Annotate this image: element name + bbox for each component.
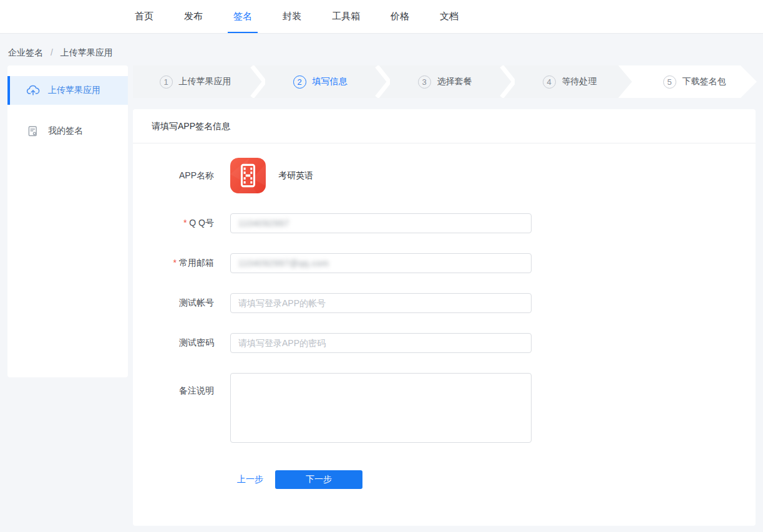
- qq-redacted-value: 1104092997: [238, 218, 289, 228]
- notes-label: 备注说明: [133, 373, 214, 397]
- nav-item-publish[interactable]: 发布: [178, 0, 208, 33]
- qq-input[interactable]: 1104092997: [230, 213, 532, 233]
- step-label: 下载签名包: [683, 76, 726, 87]
- signature-doc-icon: [26, 124, 40, 138]
- step-3-choose-plan: 3 选择套餐: [382, 65, 507, 98]
- step-label: 等待处理: [562, 76, 597, 87]
- sidebar: 上传苹果应用 我的签名: [7, 65, 128, 377]
- nav-item-signing[interactable]: 签名: [228, 0, 258, 33]
- app-name-row: APP名称: [133, 158, 756, 193]
- test-password-label: 测试密码: [133, 337, 214, 349]
- main-nav: 首页 发布 签名 封装 工具箱 价格 文档: [129, 0, 484, 33]
- sign-info-form: APP名称: [133, 143, 756, 489]
- panel-title: 请填写APP签名信息: [133, 109, 756, 143]
- app-name-text: 考研英语: [278, 170, 313, 181]
- film-app-icon: [230, 158, 266, 193]
- required-asterisk: *: [173, 258, 177, 268]
- qq-row: *Q Q号 1104092997: [133, 213, 756, 233]
- breadcrumb: 企业签名 / 上传苹果应用: [8, 47, 113, 59]
- nav-item-packaging[interactable]: 封装: [277, 0, 307, 33]
- test-account-row: 测试帐号: [133, 293, 756, 313]
- step-4-wait-processing: 4 等待处理: [507, 65, 632, 98]
- prev-step-link[interactable]: 上一步: [237, 474, 263, 485]
- form-actions: 上一步 下一步: [133, 470, 756, 489]
- step-label: 上传苹果应用: [179, 76, 231, 87]
- app-name-label: APP名称: [133, 170, 214, 181]
- sidebar-item-upload-ios-app[interactable]: 上传苹果应用: [7, 76, 128, 105]
- email-input[interactable]: 1104092997@qq.com: [230, 253, 532, 273]
- step-number-badge: 2: [293, 75, 306, 89]
- nav-item-pricing[interactable]: 价格: [385, 0, 415, 33]
- breadcrumb-current: 上传苹果应用: [61, 47, 113, 57]
- notes-row: 备注说明: [133, 373, 756, 443]
- breadcrumb-separator: /: [51, 47, 53, 57]
- steps-progress-bar: 1 上传苹果应用 2 填写信息 3 选择套餐 4 等待处理 5 下载签名包: [133, 65, 757, 98]
- notes-textarea[interactable]: [230, 373, 532, 443]
- qq-label: *Q Q号: [133, 218, 214, 229]
- step-1-upload-app: 1 上传苹果应用: [133, 65, 258, 98]
- step-2-fill-info: 2 填写信息: [258, 65, 382, 98]
- required-asterisk: *: [183, 218, 187, 228]
- test-password-row: 测试密码: [133, 333, 756, 353]
- sidebar-item-label: 我的签名: [48, 125, 83, 137]
- nav-item-toolbox[interactable]: 工具箱: [326, 0, 366, 33]
- test-account-label: 测试帐号: [133, 297, 214, 309]
- test-account-input[interactable]: [230, 293, 532, 313]
- step-number-badge: 5: [663, 75, 676, 89]
- nav-item-home[interactable]: 首页: [129, 0, 159, 33]
- next-step-button[interactable]: 下一步: [275, 470, 362, 489]
- app-name-value: 考研英语: [230, 158, 313, 193]
- email-redacted-value: 1104092997@qq.com: [238, 258, 329, 268]
- step-label: 选择套餐: [437, 76, 472, 87]
- breadcrumb-parent[interactable]: 企业签名: [8, 47, 43, 57]
- top-header: 首页 发布 签名 封装 工具箱 价格 文档: [0, 0, 763, 34]
- step-number-badge: 4: [543, 75, 556, 89]
- email-label: *常用邮箱: [133, 258, 214, 269]
- sidebar-item-my-signatures[interactable]: 我的签名: [7, 117, 128, 145]
- step-number-badge: 1: [160, 75, 173, 89]
- nav-item-docs[interactable]: 文档: [434, 0, 464, 33]
- cloud-upload-icon: [26, 84, 40, 97]
- step-number-badge: 3: [418, 75, 431, 89]
- test-password-input[interactable]: [230, 333, 532, 353]
- step-label: 填写信息: [313, 76, 347, 87]
- sidebar-item-label: 上传苹果应用: [48, 85, 100, 96]
- step-5-download-package: 5 下载签名包: [632, 65, 757, 98]
- sign-info-panel: 请填写APP签名信息 APP名称: [133, 109, 756, 526]
- email-row: *常用邮箱 1104092997@qq.com: [133, 253, 756, 273]
